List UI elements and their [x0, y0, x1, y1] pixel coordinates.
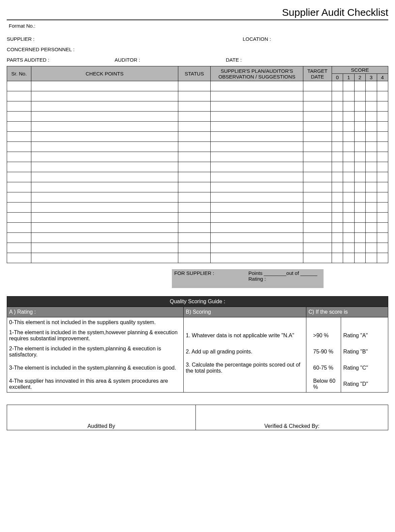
table-cell[interactable]	[211, 112, 303, 122]
table-cell[interactable]	[332, 253, 343, 263]
table-cell[interactable]	[377, 202, 388, 213]
table-cell[interactable]	[332, 192, 343, 202]
table-cell[interactable]	[31, 213, 178, 223]
table-cell[interactable]	[7, 243, 31, 253]
table-cell[interactable]	[332, 162, 343, 172]
table-cell[interactable]	[7, 202, 31, 213]
table-cell[interactable]	[354, 132, 365, 142]
table-cell[interactable]	[332, 122, 343, 132]
table-cell[interactable]	[343, 233, 354, 243]
table-cell[interactable]	[343, 202, 354, 213]
table-cell[interactable]	[332, 152, 343, 162]
table-cell[interactable]	[211, 152, 303, 162]
table-cell[interactable]	[303, 182, 332, 192]
table-cell[interactable]	[211, 202, 303, 213]
table-cell[interactable]	[377, 101, 388, 112]
table-cell[interactable]	[211, 192, 303, 202]
table-cell[interactable]	[366, 152, 377, 162]
table-cell[interactable]	[303, 142, 332, 152]
table-cell[interactable]	[343, 162, 354, 172]
table-cell[interactable]	[343, 152, 354, 162]
table-cell[interactable]	[7, 152, 31, 162]
table-cell[interactable]	[303, 101, 332, 112]
table-cell[interactable]	[211, 142, 303, 152]
table-cell[interactable]	[366, 202, 377, 213]
table-cell[interactable]	[178, 243, 211, 253]
table-cell[interactable]	[332, 243, 343, 253]
table-cell[interactable]	[354, 223, 365, 233]
table-cell[interactable]	[354, 162, 365, 172]
table-cell[interactable]	[178, 91, 211, 101]
table-cell[interactable]	[332, 172, 343, 182]
table-cell[interactable]	[332, 202, 343, 213]
table-cell[interactable]	[7, 192, 31, 202]
table-cell[interactable]	[354, 81, 365, 91]
table-cell[interactable]	[178, 213, 211, 223]
table-cell[interactable]	[366, 112, 377, 122]
table-cell[interactable]	[377, 152, 388, 162]
table-cell[interactable]	[211, 101, 303, 112]
table-cell[interactable]	[7, 233, 31, 243]
table-cell[interactable]	[31, 91, 178, 101]
table-cell[interactable]	[366, 223, 377, 233]
table-cell[interactable]	[354, 142, 365, 152]
table-cell[interactable]	[178, 162, 211, 172]
table-cell[interactable]	[303, 162, 332, 172]
table-cell[interactable]	[343, 253, 354, 263]
table-cell[interactable]	[366, 122, 377, 132]
table-cell[interactable]	[31, 253, 178, 263]
table-cell[interactable]	[178, 253, 211, 263]
table-cell[interactable]	[332, 223, 343, 233]
table-cell[interactable]	[377, 172, 388, 182]
table-cell[interactable]	[7, 112, 31, 122]
table-cell[interactable]	[31, 101, 178, 112]
table-cell[interactable]	[343, 182, 354, 192]
table-cell[interactable]	[332, 132, 343, 142]
table-cell[interactable]	[332, 112, 343, 122]
table-cell[interactable]	[366, 182, 377, 192]
table-cell[interactable]	[31, 112, 178, 122]
table-cell[interactable]	[366, 132, 377, 142]
table-cell[interactable]	[377, 132, 388, 142]
table-cell[interactable]	[303, 202, 332, 213]
table-cell[interactable]	[178, 132, 211, 142]
table-cell[interactable]	[343, 81, 354, 91]
table-cell[interactable]	[31, 243, 178, 253]
table-cell[interactable]	[7, 253, 31, 263]
table-cell[interactable]	[343, 122, 354, 132]
table-cell[interactable]	[211, 233, 303, 243]
table-cell[interactable]	[211, 81, 303, 91]
table-cell[interactable]	[211, 172, 303, 182]
table-cell[interactable]	[366, 172, 377, 182]
table-cell[interactable]	[343, 142, 354, 152]
table-cell[interactable]	[343, 192, 354, 202]
table-cell[interactable]	[366, 101, 377, 112]
table-cell[interactable]	[343, 172, 354, 182]
table-cell[interactable]	[31, 182, 178, 192]
table-cell[interactable]	[377, 192, 388, 202]
table-cell[interactable]	[354, 243, 365, 253]
table-cell[interactable]	[377, 182, 388, 192]
table-cell[interactable]	[7, 162, 31, 172]
table-cell[interactable]	[366, 142, 377, 152]
table-cell[interactable]	[354, 172, 365, 182]
table-cell[interactable]	[343, 223, 354, 233]
table-cell[interactable]	[31, 81, 178, 91]
table-cell[interactable]	[354, 192, 365, 202]
table-cell[interactable]	[7, 101, 31, 112]
table-cell[interactable]	[7, 91, 31, 101]
table-cell[interactable]	[7, 172, 31, 182]
table-cell[interactable]	[178, 81, 211, 91]
table-cell[interactable]	[178, 101, 211, 112]
table-cell[interactable]	[354, 213, 365, 223]
table-cell[interactable]	[332, 213, 343, 223]
table-cell[interactable]	[343, 91, 354, 101]
table-cell[interactable]	[303, 233, 332, 243]
table-cell[interactable]	[178, 122, 211, 132]
table-cell[interactable]	[7, 142, 31, 152]
table-cell[interactable]	[31, 192, 178, 202]
table-cell[interactable]	[211, 122, 303, 132]
table-cell[interactable]	[343, 101, 354, 112]
table-cell[interactable]	[303, 253, 332, 263]
table-cell[interactable]	[31, 233, 178, 243]
